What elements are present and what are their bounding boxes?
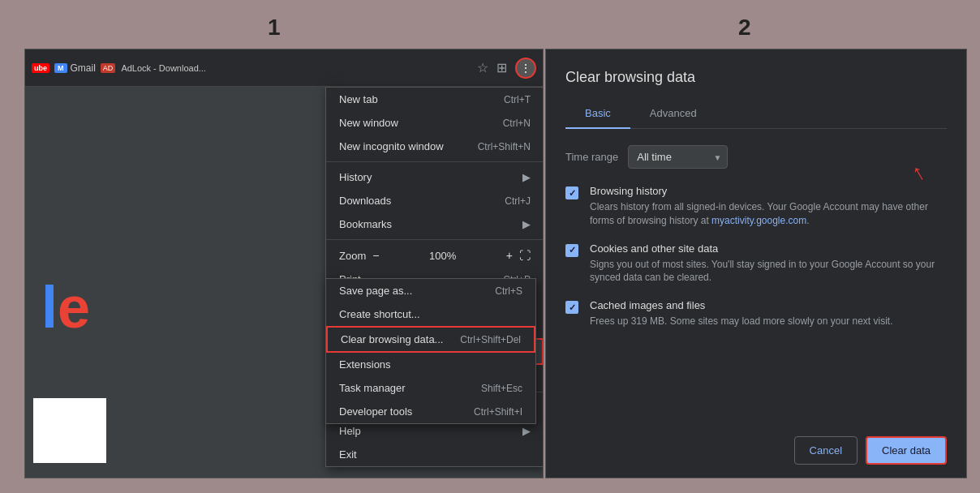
menu-incognito[interactable]: New incognito window Ctrl+Shift+N bbox=[326, 135, 544, 158]
time-range-select[interactable]: All time Last hour Last 24 hours Last 7 … bbox=[628, 145, 728, 169]
dots-icon: ⋮ bbox=[520, 62, 531, 75]
star-icon[interactable]: ☆ bbox=[477, 60, 488, 75]
sub-create-shortcut[interactable]: Create shortcut... bbox=[326, 302, 535, 326]
dialog-header: Clear browsing data bbox=[546, 49, 966, 86]
menu-history[interactable]: History ▶ bbox=[326, 165, 544, 189]
menu-exit[interactable]: Exit bbox=[326, 443, 544, 466]
sub-save-page[interactable]: Save page as... Ctrl+S bbox=[326, 279, 535, 302]
cache-desc: Frees up 319 MB. Some sites may load mor… bbox=[590, 315, 892, 328]
extensions-icon[interactable]: ⊞ bbox=[496, 60, 507, 75]
sub-developer-tools[interactable]: Developer tools Ctrl+Shift+I bbox=[326, 400, 535, 423]
youtube-icon: ube bbox=[32, 63, 49, 73]
zoom-value: 100% bbox=[385, 250, 499, 262]
cache-title: Cached images and files bbox=[590, 299, 892, 311]
menu-downloads[interactable]: Downloads Ctrl+J bbox=[326, 189, 544, 212]
browser-toolbar: ube M Gmail AD AdLock - Download... ☆ ⊞ … bbox=[25, 49, 543, 87]
sub-clear-browsing[interactable]: Clear browsing data... Ctrl+Shift+Del bbox=[326, 326, 535, 353]
sub-extensions[interactable]: Extensions bbox=[326, 353, 535, 376]
cookies-content: Cookies and other site data Signs you ou… bbox=[590, 242, 947, 285]
toolbar-icons: ☆ ⊞ ⋮ bbox=[477, 58, 536, 79]
dialog-title: Clear browsing data bbox=[565, 69, 947, 86]
checkbox-cookies: ✓ Cookies and other site data Signs you … bbox=[565, 242, 947, 285]
adlock-icon: AD bbox=[101, 63, 116, 73]
divider1 bbox=[326, 161, 544, 162]
zoom-plus[interactable]: + bbox=[506, 249, 513, 262]
step1-label: 1 bbox=[268, 15, 281, 41]
cookies-desc: Signs you out of most sites. You'll stay… bbox=[590, 258, 947, 285]
dialog-tabs: Basic Advanced bbox=[565, 99, 947, 129]
sub-menu-more-tools: Save page as... Ctrl+S Create shortcut..… bbox=[325, 278, 536, 424]
dialog-footer: Cancel Clear data bbox=[794, 436, 947, 465]
zoom-minus[interactable]: − bbox=[372, 249, 379, 262]
browsing-history-desc: Clears history from all signed-in device… bbox=[590, 200, 947, 228]
time-range-select-wrapper[interactable]: All time Last hour Last 24 hours Last 7 … bbox=[628, 145, 728, 169]
tab-basic[interactable]: Basic bbox=[565, 99, 630, 129]
menu-new-tab[interactable]: New tab Ctrl+T bbox=[326, 88, 544, 111]
checkbox-cookies-checked[interactable]: ✓ bbox=[565, 244, 578, 257]
dialog-body: Time range All time Last hour Last 24 ho… bbox=[546, 129, 966, 359]
panel1-browser: ube M Gmail AD AdLock - Download... ☆ ⊞ … bbox=[24, 49, 544, 478]
time-range-label: Time range bbox=[565, 151, 618, 163]
checkbox-cache-checked[interactable]: ✓ bbox=[565, 301, 578, 314]
cache-content: Cached images and files Frees up 319 MB.… bbox=[590, 299, 892, 328]
tab-advanced[interactable]: Advanced bbox=[630, 99, 716, 128]
cookies-title: Cookies and other site data bbox=[590, 242, 947, 255]
tab-gmail-label: Gmail bbox=[71, 62, 96, 74]
divider2 bbox=[326, 239, 544, 240]
myactivity-link[interactable]: myactivity.google.com bbox=[711, 215, 806, 226]
tab-gmail[interactable]: M Gmail bbox=[54, 62, 96, 74]
checkbox-cache: ✓ Cached images and files Frees up 319 M… bbox=[565, 299, 947, 328]
checkbox-browsing-history: ✓ Browsing history Clears history from a… bbox=[565, 185, 947, 228]
tab-adlock[interactable]: AD AdLock - Download... bbox=[101, 63, 206, 73]
zoom-row: Zoom − 100% + ⛶ bbox=[326, 243, 544, 268]
sub-task-manager[interactable]: Task manager Shift+Esc bbox=[326, 376, 535, 400]
step2-label: 2 bbox=[738, 15, 751, 41]
gmail-icon: M bbox=[54, 63, 67, 73]
browsing-history-content: Browsing history Clears history from all… bbox=[590, 185, 947, 228]
menu-dots-button[interactable]: ⋮ bbox=[515, 58, 536, 79]
white-box bbox=[33, 398, 106, 463]
menu-bookmarks[interactable]: Bookmarks ▶ bbox=[326, 212, 544, 236]
tab-adlock-label: AdLock - Download... bbox=[121, 63, 206, 73]
menu-new-window[interactable]: New window Ctrl+N bbox=[326, 111, 544, 135]
time-range-row: Time range All time Last hour Last 24 ho… bbox=[565, 145, 947, 169]
browsing-history-title: Browsing history bbox=[590, 185, 947, 197]
tab-youtube[interactable]: ube bbox=[32, 63, 49, 73]
panel2-dialog: Clear browsing data Basic Advanced Time … bbox=[545, 49, 967, 478]
google-logo: le bbox=[41, 274, 90, 341]
cancel-button[interactable]: Cancel bbox=[794, 436, 858, 465]
clear-data-button[interactable]: Clear data bbox=[866, 436, 947, 465]
fullscreen-icon[interactable]: ⛶ bbox=[519, 249, 531, 262]
checkbox-browsing-checked[interactable]: ✓ bbox=[565, 186, 578, 199]
